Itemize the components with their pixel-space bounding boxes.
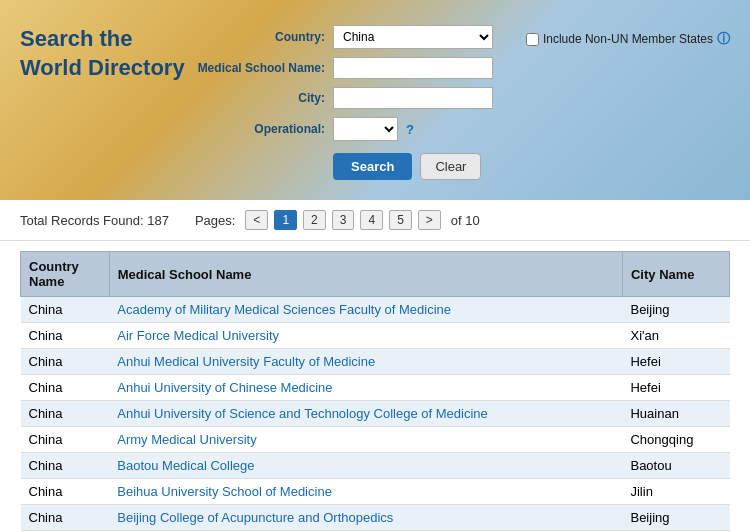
col-city-name: City Name <box>622 252 729 297</box>
page-1-button[interactable]: 1 <box>274 210 297 230</box>
cell-school: Anhui University of Chinese Medicine <box>109 375 622 401</box>
school-name-row: Medical School Name: <box>195 57 516 79</box>
next-page-button[interactable]: > <box>418 210 441 230</box>
cell-city: Beijing <box>622 297 729 323</box>
school-link[interactable]: Anhui Medical University Faculty of Medi… <box>117 354 375 369</box>
country-row: Country: China United States United King… <box>195 25 516 49</box>
cell-country: China <box>21 401 110 427</box>
school-link[interactable]: Baotou Medical College <box>117 458 254 473</box>
cell-country: China <box>21 479 110 505</box>
table-header: CountryName Medical School Name City Nam… <box>21 252 730 297</box>
school-link[interactable]: Beihua University School of Medicine <box>117 484 332 499</box>
of-pages-label: of 10 <box>451 213 480 228</box>
city-row: City: <box>195 87 516 109</box>
school-name-label: Medical School Name: <box>195 61 325 75</box>
search-form: Country: China United States United King… <box>195 20 516 180</box>
school-link[interactable]: Anhui University of Chinese Medicine <box>117 380 332 395</box>
table-row: ChinaAnhui University of Chinese Medicin… <box>21 375 730 401</box>
cell-city: Hefei <box>622 375 729 401</box>
cell-school: Academy of Military Medical Sciences Fac… <box>109 297 622 323</box>
cell-school: Anhui Medical University Faculty of Medi… <box>109 349 622 375</box>
city-label: City: <box>195 91 325 105</box>
prev-page-button[interactable]: < <box>245 210 268 230</box>
search-button[interactable]: Search <box>333 153 412 180</box>
results-table: CountryName Medical School Name City Nam… <box>20 251 730 532</box>
school-link[interactable]: Anhui University of Science and Technolo… <box>117 406 487 421</box>
cell-country: China <box>21 323 110 349</box>
table-row: ChinaArmy Medical UniversityChongqing <box>21 427 730 453</box>
records-found-label: Total Records Found: 187 <box>20 213 169 228</box>
title-line1: Search the <box>20 26 133 51</box>
form-buttons: Search Clear <box>195 153 516 180</box>
non-un-checkbox[interactable] <box>526 33 539 46</box>
search-header: Search the World Directory Country: Chin… <box>0 0 750 200</box>
cell-country: China <box>21 297 110 323</box>
cell-city: Xi'an <box>622 323 729 349</box>
col-country-name: CountryName <box>21 252 110 297</box>
page-title: Search the World Directory <box>20 20 185 82</box>
table-row: ChinaBeihua University School of Medicin… <box>21 479 730 505</box>
operational-select[interactable]: Yes No <box>333 117 398 141</box>
non-un-label: Include Non-UN Member States <box>543 32 713 46</box>
title-line2: World Directory <box>20 55 185 80</box>
cell-school: Air Force Medical University <box>109 323 622 349</box>
page-3-button[interactable]: 3 <box>332 210 355 230</box>
page-4-button[interactable]: 4 <box>360 210 383 230</box>
cell-city: Hefei <box>622 349 729 375</box>
cell-country: China <box>21 505 110 531</box>
cell-city: Huainan <box>622 401 729 427</box>
table-row: ChinaAcademy of Military Medical Science… <box>21 297 730 323</box>
cell-city: Baotou <box>622 453 729 479</box>
school-name-input[interactable] <box>333 57 493 79</box>
operational-info-icon[interactable]: ? <box>406 122 414 137</box>
table-row: ChinaAnhui Medical University Faculty of… <box>21 349 730 375</box>
page-2-button[interactable]: 2 <box>303 210 326 230</box>
table-body: ChinaAcademy of Military Medical Science… <box>21 297 730 533</box>
country-select[interactable]: China United States United Kingdom Germa… <box>333 25 493 49</box>
table-row: ChinaAir Force Medical UniversityXi'an <box>21 323 730 349</box>
table-row: ChinaBeijing College of Acupuncture and … <box>21 505 730 531</box>
cell-city: Beijing <box>622 505 729 531</box>
operational-row: Operational: Yes No ? <box>195 117 516 141</box>
cell-school: Beihua University School of Medicine <box>109 479 622 505</box>
cell-school: Baotou Medical College <box>109 453 622 479</box>
cell-school: Beijing College of Acupuncture and Ortho… <box>109 505 622 531</box>
cell-country: China <box>21 453 110 479</box>
school-link[interactable]: Air Force Medical University <box>117 328 279 343</box>
school-link[interactable]: Beijing College of Acupuncture and Ortho… <box>117 510 393 525</box>
cell-country: China <box>21 375 110 401</box>
non-un-info-icon[interactable]: ⓘ <box>717 30 730 48</box>
page-5-button[interactable]: 5 <box>389 210 412 230</box>
pagination-bar: Total Records Found: 187 Pages: < 1 2 3 … <box>0 200 750 241</box>
cell-city: Chongqing <box>622 427 729 453</box>
cell-city: Jilin <box>622 479 729 505</box>
table-header-row: CountryName Medical School Name City Nam… <box>21 252 730 297</box>
non-un-option-area: Include Non-UN Member States ⓘ <box>526 20 730 48</box>
city-input[interactable] <box>333 87 493 109</box>
country-label: Country: <box>195 30 325 44</box>
cell-school: Army Medical University <box>109 427 622 453</box>
table-row: ChinaAnhui University of Science and Tec… <box>21 401 730 427</box>
cell-country: China <box>21 349 110 375</box>
clear-button[interactable]: Clear <box>420 153 481 180</box>
col-school-name: Medical School Name <box>109 252 622 297</box>
cell-country: China <box>21 427 110 453</box>
school-link[interactable]: Army Medical University <box>117 432 256 447</box>
table-row: ChinaBaotou Medical CollegeBaotou <box>21 453 730 479</box>
results-table-wrapper: CountryName Medical School Name City Nam… <box>0 241 750 532</box>
non-un-checkbox-row: Include Non-UN Member States ⓘ <box>526 30 730 48</box>
cell-school: Anhui University of Science and Technolo… <box>109 401 622 427</box>
pages-label: Pages: <box>195 213 235 228</box>
operational-label: Operational: <box>195 122 325 136</box>
school-link[interactable]: Academy of Military Medical Sciences Fac… <box>117 302 451 317</box>
